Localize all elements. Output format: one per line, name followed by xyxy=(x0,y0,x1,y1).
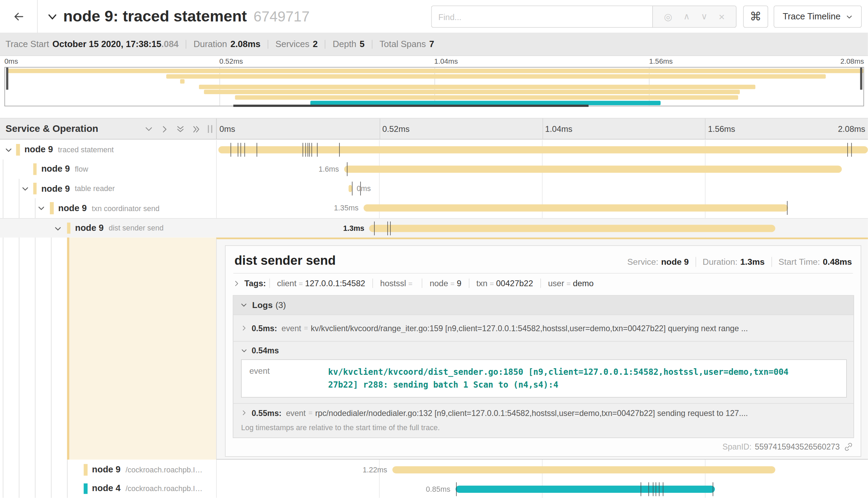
operation-name: traced statement xyxy=(58,145,114,154)
span-name-cell[interactable]: node 9 dist sender send xyxy=(0,219,216,238)
span-name-cell[interactable]: node 9 txn coordinator send xyxy=(0,198,216,218)
span-timeline-cell[interactable] xyxy=(216,140,868,159)
span-timeline-cell[interactable]: 0ms xyxy=(216,179,868,198)
stat-duration: Duration:1.3ms xyxy=(696,257,771,267)
span-row-node9-roachpb[interactable]: node 9 /cockroach.roachpb.I… 1.22ms xyxy=(0,460,868,479)
log-event-table: event kv/kvclient/kvcoord/dist_sender.go… xyxy=(241,359,847,397)
chevron-down-icon[interactable] xyxy=(5,146,13,154)
minimap-scroll-indicator[interactable] xyxy=(233,105,589,107)
service-name: node 9 xyxy=(24,145,53,155)
span-name-cell[interactable]: node 9 /cockroach.roachpb.I… xyxy=(0,460,216,479)
collapse-one-icon[interactable] xyxy=(144,125,153,134)
chevron-down-icon[interactable] xyxy=(53,225,62,233)
tag-node: node=9 xyxy=(422,279,469,288)
view-selector-button[interactable]: Trace Timeline xyxy=(774,6,862,28)
span-row-txn-coordinator-send[interactable]: node 9 txn coordinator send 1.35ms xyxy=(0,198,868,218)
logs-label: Logs xyxy=(252,300,273,310)
trace-total-spans: Total Spans7 xyxy=(372,40,441,49)
span-name-cell[interactable]: node 4 /cockroach.roachpb.I… xyxy=(0,479,216,498)
operation-name: /cockroach.roachpb.I… xyxy=(126,465,203,474)
trace-id: 6749717 xyxy=(254,8,310,25)
log-entry-expanded-header[interactable]: 0.54ms xyxy=(233,341,854,360)
chevron-down-icon[interactable] xyxy=(37,205,45,213)
tag-user: user=demo xyxy=(540,279,601,288)
span-duration-label: 1.6ms xyxy=(319,159,339,179)
chevron-down-icon[interactable] xyxy=(46,11,58,22)
column-resize-grip[interactable] xyxy=(208,125,212,133)
span-timeline-cell[interactable]: 1.6ms xyxy=(216,159,868,179)
log-marker-tick xyxy=(713,482,714,496)
equals-sign: = xyxy=(308,409,312,417)
span-name-cell[interactable]: node 9 traced statement xyxy=(0,140,216,159)
span-duration-label: 0ms xyxy=(357,179,371,198)
view-selector-label: Trace Timeline xyxy=(783,12,841,22)
event-value: kv/kvclient/kvcoord/dist_sender.go:1850 … xyxy=(328,366,789,391)
span-bar[interactable] xyxy=(344,165,842,173)
log-marker-tick xyxy=(238,143,238,156)
log-marker-tick xyxy=(663,482,663,496)
span-timeline-cell[interactable]: 1.35ms xyxy=(216,198,868,218)
find-input[interactable] xyxy=(431,6,653,28)
log-entry[interactable]: 0.5ms: event = kv/kvclient/kvcoord/range… xyxy=(233,315,854,341)
chevron-down-icon[interactable] xyxy=(21,185,29,193)
link-icon[interactable] xyxy=(844,442,853,451)
span-bar[interactable] xyxy=(218,146,868,153)
span-timeline-cell[interactable]: 0.85ms xyxy=(216,479,868,498)
selected-span-color-bar xyxy=(67,237,69,459)
span-row-dist-sender-send[interactable]: node 9 dist sender send 1.3ms xyxy=(0,218,868,237)
span-row-traced-statement[interactable]: node 9 traced statement xyxy=(0,140,868,159)
minimap-span-bar xyxy=(199,84,755,89)
service-color-bar xyxy=(67,223,70,234)
locate-icon[interactable]: ◎ xyxy=(664,12,672,21)
chevron-down-icon xyxy=(240,302,247,308)
log-marker-tick xyxy=(352,182,353,196)
logs-header[interactable]: Logs (3) xyxy=(233,296,854,314)
prev-match-icon[interactable]: ∧ xyxy=(683,12,690,21)
ruler-tick: 0.52ms xyxy=(382,118,410,139)
log-marker-tick xyxy=(787,201,788,215)
log-marker-tick xyxy=(390,221,391,235)
chevron-right-icon xyxy=(233,280,240,287)
minimap-span-bar xyxy=(166,74,825,79)
span-row-flow[interactable]: node 9 flow 1.6ms xyxy=(0,159,868,179)
equals-sign: = xyxy=(304,324,308,332)
log-marker-tick xyxy=(347,162,348,176)
span-name-cell[interactable]: node 9 table reader xyxy=(0,179,216,198)
log-value: kv/kvclient/kvcoord/range_iter.go:159 [n… xyxy=(311,324,748,333)
keyboard-shortcuts-button[interactable]: ⌘ xyxy=(743,6,768,28)
log-marker-tick xyxy=(244,143,245,156)
tags-accordion[interactable]: Tags: client=127.0.0.1:54582 hostssl= no… xyxy=(225,273,861,292)
trace-start: Trace StartOctober 15 2020, 17:38:15.084 xyxy=(0,40,186,49)
span-timeline-cell[interactable]: 1.22ms xyxy=(216,460,868,479)
span-detail-header: dist sender send Service:node 9 Duration… xyxy=(225,246,861,273)
span-row-node4-roachpb[interactable]: node 4 /cockroach.roachpb.I… 0.85ms xyxy=(0,479,868,498)
span-timeline-cell[interactable]: 1.3ms xyxy=(216,219,868,238)
span-bar[interactable] xyxy=(455,485,715,492)
span-detail-panel: dist sender send Service:node 9 Duration… xyxy=(216,237,868,459)
minimap-left-scrubber-handle[interactable] xyxy=(6,67,8,90)
log-marker-tick xyxy=(307,143,308,156)
expand-all-icon[interactable] xyxy=(192,125,201,134)
tag-hostssl: hostssl= xyxy=(372,279,422,288)
next-match-icon[interactable]: ∨ xyxy=(701,12,708,21)
timeline-column-header: Service & Operation 0ms 0.52ms 1.04ms 1.… xyxy=(0,118,868,139)
service-name: node 9 xyxy=(92,464,121,474)
expand-one-icon[interactable] xyxy=(160,125,169,134)
clear-search-icon[interactable]: × xyxy=(719,11,725,22)
log-marker-tick xyxy=(374,221,374,235)
collapse-all-icon[interactable] xyxy=(176,125,185,134)
back-button[interactable] xyxy=(0,0,38,33)
minimap-right-scrubber-handle[interactable] xyxy=(860,67,862,90)
logs-footer-note: Log timestamps are relative to the start… xyxy=(233,422,854,437)
minimap-tick: 1.04ms xyxy=(434,57,458,65)
command-icon: ⌘ xyxy=(750,10,762,23)
timeline-minimap[interactable] xyxy=(5,67,864,107)
ruler-tick: 2.08ms xyxy=(838,118,865,139)
span-bar[interactable] xyxy=(392,466,776,473)
span-bar[interactable] xyxy=(369,225,775,232)
span-name-cell[interactable]: node 9 flow xyxy=(0,159,216,179)
span-bar[interactable] xyxy=(363,205,788,212)
span-row-table-reader[interactable]: node 9 table reader 0ms xyxy=(0,179,868,198)
span-bar[interactable] xyxy=(348,185,352,192)
log-entry[interactable]: 0.55ms: event = rpc/nodedialer/nodediale… xyxy=(233,403,854,422)
